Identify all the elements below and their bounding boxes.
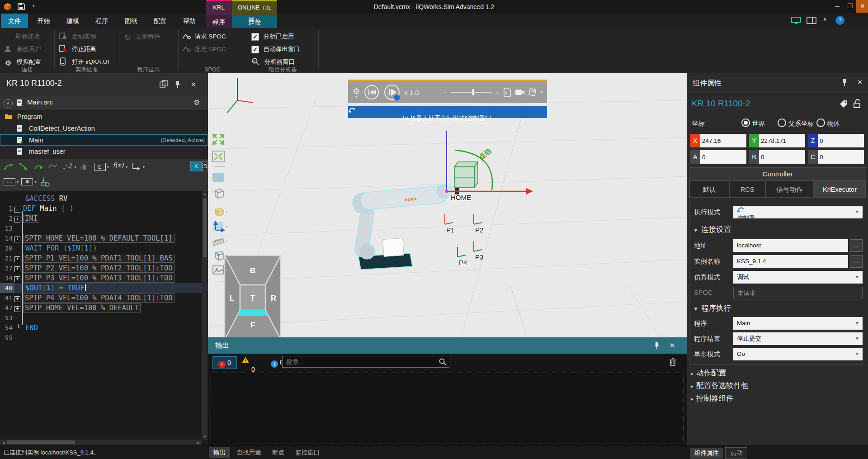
point-sequence-button[interactable] bbox=[62, 161, 73, 172]
active-file-row[interactable]: ∧ Main.src ⚙ bbox=[0, 96, 208, 111]
tab-find-usages[interactable]: 查找用途 bbox=[232, 447, 265, 458]
fit-view-button[interactable] bbox=[212, 132, 228, 147]
scirc-motion-button[interactable] bbox=[33, 161, 44, 172]
measure-tool-button[interactable]: ▾ bbox=[212, 234, 228, 248]
tab-krl[interactable]: KRL 程序 bbox=[206, 0, 232, 28]
tab-signal-action[interactable]: 信号动作 bbox=[765, 180, 814, 198]
tag-icon[interactable] bbox=[839, 99, 848, 109]
code-line[interactable]: &ACCESS RV bbox=[0, 194, 208, 203]
menu-program[interactable]: 程序 bbox=[88, 14, 115, 28]
tree-item-colldetect[interactable]: CollDetect_UserAction bbox=[0, 123, 208, 134]
code-line[interactable]: 2+INI bbox=[0, 213, 208, 223]
screenshot-tool-button[interactable]: ▾ bbox=[212, 263, 228, 277]
workpiece-box[interactable] bbox=[454, 162, 478, 188]
gear-icon[interactable]: ⚙ bbox=[193, 98, 200, 107]
tab-jog[interactable]: 点动 bbox=[725, 447, 747, 459]
tab-krlexecutor[interactable]: KrlExecutor bbox=[814, 180, 866, 198]
import-touchup-button[interactable] bbox=[39, 176, 51, 187]
tab-online[interactable]: ONLINE（在线） 连接 bbox=[232, 0, 277, 28]
stop-distance-button[interactable]: 停止距离 bbox=[59, 43, 96, 55]
refresh-connection-button[interactable]: 刷新连接 bbox=[15, 31, 40, 43]
tree-item-main[interactable]: Main (Selected, Active) bbox=[0, 134, 208, 146]
tree-folder-program[interactable]: Program bbox=[0, 111, 208, 123]
detail-view-toggle[interactable]: D bbox=[202, 161, 208, 171]
menu-drawing[interactable]: 图纸 bbox=[118, 14, 145, 28]
update-program-button[interactable]: ↻ 更新程序 bbox=[123, 31, 160, 43]
close-button[interactable]: ✕ bbox=[856, 0, 868, 13]
code-line[interactable]: 13 bbox=[0, 223, 208, 233]
sptp-motion-button[interactable] bbox=[4, 161, 14, 172]
code-line[interactable]: 20WAIT FOR ($IN[1]) bbox=[0, 243, 208, 253]
dropdown-caret-icon[interactable]: ▾ bbox=[17, 180, 19, 184]
maximize-button[interactable]: ❐ bbox=[844, 0, 856, 13]
quick-access-caret-icon[interactable]: ▾ bbox=[33, 4, 35, 8]
collapse-ribbon-icon[interactable]: ∧ bbox=[823, 16, 827, 23]
speed-plus-icon[interactable]: + bbox=[496, 89, 500, 96]
code-line[interactable]: 47+SPTP HOME VEL=100 % DEFAULT bbox=[0, 303, 208, 313]
save-button[interactable] bbox=[17, 2, 25, 10]
rewind-button[interactable] bbox=[363, 84, 380, 100]
close-icon[interactable]: ✕ bbox=[189, 80, 198, 89]
program-end-dropdown[interactable]: 停止提交▼ bbox=[733, 332, 863, 345]
a-input[interactable] bbox=[700, 150, 746, 164]
render-mode-button[interactable] bbox=[212, 170, 228, 185]
code-horizontal-scrollbar[interactable]: ◄ ► bbox=[0, 440, 202, 445]
move-mode-button[interactable]: ▾ bbox=[212, 204, 228, 218]
minimize-button[interactable]: ─ bbox=[831, 0, 844, 13]
instance-browse-button[interactable]: … bbox=[850, 255, 863, 268]
list-view-button[interactable]: ≡ bbox=[21, 178, 33, 185]
tab-breakpoints[interactable]: 断点 bbox=[268, 447, 289, 458]
code-line[interactable]: 40$OUT[1] = TRUE bbox=[0, 283, 208, 293]
logic-button[interactable] bbox=[131, 161, 142, 172]
error-filter-chip[interactable]: ! 0 bbox=[212, 356, 237, 369]
controller-components-section[interactable]: ▸控制器组件 bbox=[691, 393, 734, 403]
address-input[interactable] bbox=[733, 239, 848, 252]
menu-modeling[interactable]: 建模 bbox=[59, 14, 86, 28]
scene-monitor-icon[interactable] bbox=[791, 17, 801, 25]
b-input[interactable] bbox=[759, 150, 805, 164]
robot-kr10[interactable]: KUKA bbox=[353, 185, 459, 270]
tab-krl-program[interactable]: 程序 bbox=[206, 15, 232, 29]
code-line[interactable]: 54└END bbox=[0, 323, 208, 333]
code-line[interactable]: 55 bbox=[0, 333, 208, 343]
fit-selected-button[interactable] bbox=[212, 149, 228, 164]
code-line[interactable]: 41+SPTP P4 VEL=100 % PDAT4 TOOL[1]:TOO bbox=[0, 293, 208, 303]
spline-button[interactable] bbox=[47, 161, 58, 172]
viewport-3d[interactable]: KUKA 点动 HOME bbox=[208, 73, 687, 337]
menu-config[interactable]: 配置 bbox=[146, 14, 174, 28]
z-input[interactable] bbox=[818, 134, 864, 147]
dropdown-caret-icon[interactable]: ▾ bbox=[126, 165, 127, 169]
code-line[interactable]: 1−DEF Main ( ) bbox=[0, 203, 208, 213]
menu-file[interactable]: 文件 bbox=[1, 14, 28, 28]
y-input[interactable] bbox=[759, 134, 805, 147]
hand-tool-button[interactable] bbox=[79, 161, 90, 172]
frame-tool-button[interactable]: ▾ bbox=[212, 219, 228, 234]
tab-component-properties[interactable]: 组件属性 bbox=[690, 448, 723, 459]
address-browse-button[interactable]: … bbox=[850, 239, 863, 252]
execution-mode-message[interactable]: 1x 机器人处于执行模式“控制器”！ bbox=[348, 106, 547, 118]
close-icon[interactable]: ✕ bbox=[855, 78, 864, 87]
help-icon[interactable]: ? bbox=[835, 16, 844, 25]
unlock-icon[interactable] bbox=[853, 99, 862, 109]
dropdown-caret-icon[interactable]: ▾ bbox=[540, 90, 542, 95]
tab-watch-window[interactable]: 监控窗口 bbox=[291, 447, 324, 458]
tree-item-masref[interactable]: masref_user bbox=[0, 146, 208, 157]
radio-world[interactable]: 世界 bbox=[741, 120, 765, 127]
tab-online-top[interactable]: ONLINE（在线） bbox=[232, 0, 277, 15]
code-line[interactable]: 34+SPTP P3 VEL=100 % PDAT3 TOOL[1]:TOO bbox=[0, 273, 208, 283]
pin-icon[interactable] bbox=[653, 341, 662, 350]
tab-online-connect[interactable]: 连接 bbox=[232, 15, 277, 29]
speed-slider[interactable] bbox=[451, 89, 492, 95]
tab-rcs[interactable]: RCS bbox=[729, 180, 765, 198]
dropdown-caret-icon[interactable]: ▾ bbox=[107, 165, 109, 169]
collapse-chevron-icon[interactable]: ∧ bbox=[4, 99, 13, 108]
menu-help[interactable]: 帮助 bbox=[176, 14, 203, 28]
layout-panels-icon[interactable] bbox=[807, 17, 816, 25]
playback-settings-gear-icon[interactable]: ⚙▾ bbox=[353, 86, 360, 98]
dropdown-caret-icon[interactable]: ▾ bbox=[34, 180, 36, 184]
play-button[interactable] bbox=[383, 84, 401, 101]
start-instance-button[interactable]: 启动实例 bbox=[59, 31, 96, 43]
close-icon[interactable]: ✕ bbox=[668, 341, 677, 350]
slin-motion-button[interactable] bbox=[18, 161, 29, 172]
pin-icon[interactable] bbox=[841, 78, 850, 87]
